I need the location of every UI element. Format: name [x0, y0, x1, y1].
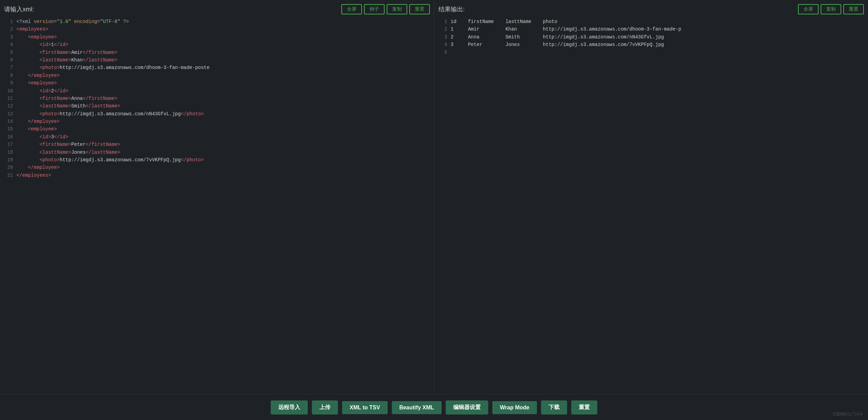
download-button[interactable]: 下载	[541, 400, 567, 415]
wrap-mode-button[interactable]: Wrap Mode	[492, 401, 537, 414]
editor-settings-button[interactable]: 编辑器设置	[446, 400, 488, 415]
xml-to-tsv-button[interactable]: XML to TSV	[342, 401, 388, 414]
output-line: 1 Amir Khan http://imgdj.s3.amazonaws.co…	[451, 25, 864, 33]
left-copy-button[interactable]: 复制	[387, 4, 407, 14]
upload-button[interactable]: 上传	[312, 400, 338, 415]
output-line: id firstName lasttName photo	[451, 18, 864, 25]
right-btn-group: 全屏 复制 重置	[798, 4, 864, 14]
right-reset-button[interactable]: 重置	[843, 4, 864, 14]
left-panel: 请输入xml: 全屏 例子 复制 重置 12345678910111213141…	[0, 0, 434, 394]
right-panel: 结果输出: 全屏 复制 重置 12345 id firstName lasttN…	[434, 0, 868, 394]
output-line-number: 1	[440, 18, 447, 25]
xml-editor[interactable]: 123456789101112131415161718192021 <?xml …	[4, 18, 430, 390]
output-text: id firstName lasttName photo1 Amir Khan …	[451, 18, 864, 56]
remote-import-button[interactable]: 远程导入	[271, 400, 308, 415]
xml-code-content[interactable]: <?xml version="1.0" encoding="UTF-8" ?><…	[16, 18, 430, 390]
left-example-button[interactable]: 例子	[364, 4, 385, 14]
output-content: 12345 id firstName lasttName photo1 Amir…	[438, 18, 864, 390]
output-line-number: 3	[440, 33, 447, 41]
output-line-number: 5	[440, 49, 447, 56]
output-line: 2 Anna Smith http://imgdj.s3.amazonaws.c…	[451, 33, 864, 41]
left-line-numbers: 123456789101112131415161718192021	[4, 18, 16, 390]
left-fullscreen-button[interactable]: 全屏	[341, 4, 362, 14]
right-fullscreen-button[interactable]: 全屏	[798, 4, 819, 14]
left-panel-header: 请输入xml: 全屏 例子 复制 重置	[4, 4, 430, 14]
left-reset-button[interactable]: 重置	[409, 4, 430, 14]
right-line-numbers: 12345	[438, 18, 451, 56]
beautify-xml-button[interactable]: Beautify XML	[392, 401, 442, 414]
bottom-toolbar: 远程导入 上传 XML to TSV Beautify XML 编辑器设置 Wr…	[0, 394, 868, 420]
left-btn-group: 全屏 例子 复制 重置	[341, 4, 430, 14]
output-line-number: 4	[440, 41, 447, 48]
bottom-reset-button[interactable]: 重置	[571, 400, 597, 415]
watermark: CSDN©入门小A	[833, 411, 863, 417]
left-panel-title: 请输入xml:	[4, 5, 34, 13]
right-panel-header: 结果输出: 全屏 复制 重置	[438, 4, 864, 14]
right-copy-button[interactable]: 复制	[821, 4, 841, 14]
output-line: 3 Peter Jones http://imgdj.s3.amazonaws.…	[451, 41, 864, 48]
output-line-number: 2	[440, 25, 447, 33]
right-panel-title: 结果输出:	[438, 5, 465, 13]
